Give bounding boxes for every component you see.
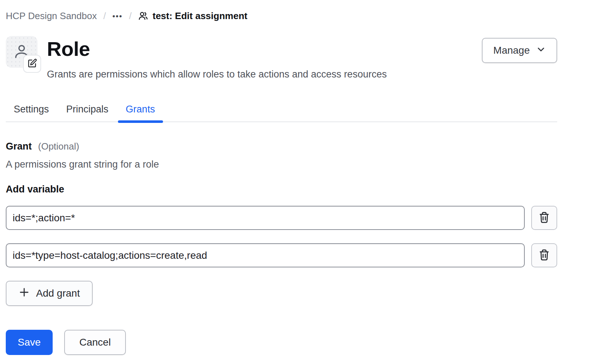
grant-row [6,206,557,230]
breadcrumb-ellipsis-button[interactable]: ••• [113,12,123,20]
trash-icon [538,211,550,225]
grant-field-label: Grant [6,141,32,152]
breadcrumb-root-link[interactable]: HCP Design Sandbox [6,10,97,22]
grant-optional-flag: (Optional) [38,141,79,152]
breadcrumb-current: test: Edit assignment [138,10,247,22]
page-container: HCP Design Sandbox / ••• / test: Edit as… [6,0,557,355]
plus-icon [19,287,30,300]
tab-bar: Settings Principals Grants [6,104,557,122]
tab-grants[interactable]: Grants [118,104,163,121]
header-main: Role Grants are permissions which allow … [47,36,482,80]
manage-dropdown-button[interactable]: Manage [482,38,557,63]
breadcrumb-current-label: test: Edit assignment [153,10,247,22]
tab-principals[interactable]: Principals [58,104,116,121]
grants-form: Grant (Optional) A permissions grant str… [6,141,557,355]
page-title: Role [47,39,482,59]
trash-icon [538,249,550,262]
grant-help-text: A permissions grant string for a role [6,159,557,170]
role-avatar [6,36,38,68]
edit-avatar-button[interactable] [23,55,41,73]
page-subtitle: Grants are permissions which allow roles… [47,69,482,80]
users-icon [138,11,148,21]
edit-icon [27,58,37,69]
tab-settings[interactable]: Settings [6,104,57,121]
delete-grant-button[interactable] [531,206,557,230]
breadcrumb-separator: / [103,10,106,22]
cancel-button[interactable]: Cancel [64,330,126,355]
breadcrumb: HCP Design Sandbox / ••• / test: Edit as… [6,10,557,22]
grant-string-input[interactable] [6,206,525,230]
grant-string-input[interactable] [6,243,525,267]
add-variable-label: Add variable [6,184,557,195]
grant-row [6,243,557,267]
grant-field-label-row: Grant (Optional) [6,141,557,152]
add-grant-label: Add grant [36,288,80,299]
form-actions: Save Cancel [6,330,557,355]
breadcrumb-separator: / [129,10,132,22]
chevron-down-icon [536,45,546,57]
delete-grant-button[interactable] [531,243,557,267]
page-header: Role Grants are permissions which allow … [6,36,557,80]
manage-button-label: Manage [493,45,530,56]
save-button[interactable]: Save [6,330,53,355]
add-grant-button[interactable]: Add grant [6,281,93,306]
